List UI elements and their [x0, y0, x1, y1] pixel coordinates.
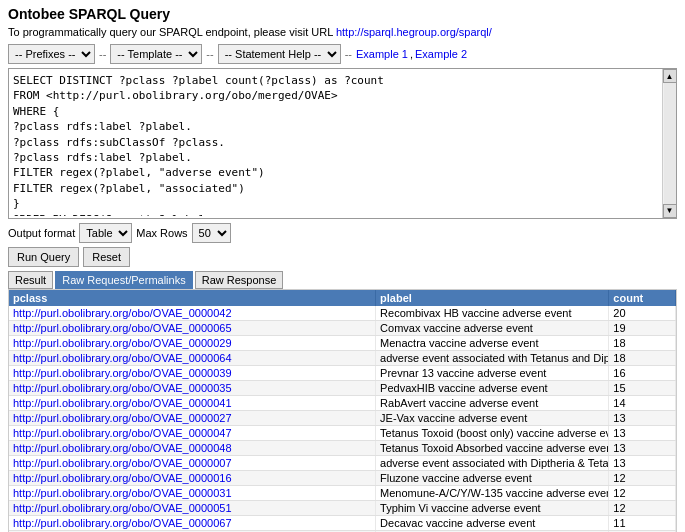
- cell-pclass: http://purl.obolibrary.org/obo/OVAE_0000…: [9, 320, 376, 335]
- pclass-link[interactable]: http://purl.obolibrary.org/obo/OVAE_0000…: [13, 307, 232, 319]
- cell-plabel: adverse event associated with Diptheria …: [376, 455, 609, 470]
- table-row: http://purl.obolibrary.org/obo/OVAE_0000…: [9, 485, 676, 500]
- cell-pclass: http://purl.obolibrary.org/obo/OVAE_0000…: [9, 440, 376, 455]
- cell-count: 13: [609, 455, 676, 470]
- cell-plabel: Fluzone vaccine adverse event: [376, 470, 609, 485]
- cell-count: 16: [609, 365, 676, 380]
- output-format-select[interactable]: Table: [79, 223, 132, 243]
- cell-count: 12: [609, 485, 676, 500]
- page-title: Ontobee SPARQL Query: [8, 6, 677, 22]
- results-table-wrapper: pclass plabel count http://purl.obolibra…: [8, 289, 677, 532]
- statement-select[interactable]: -- Statement Help --: [218, 44, 341, 64]
- cell-pclass: http://purl.obolibrary.org/obo/OVAE_0000…: [9, 350, 376, 365]
- intro-text: To programmatically query our SPARQL end…: [8, 26, 677, 38]
- cell-count: 19: [609, 320, 676, 335]
- cell-plabel: Decavac vaccine adverse event: [376, 515, 609, 530]
- run-query-button[interactable]: Run Query: [8, 247, 79, 267]
- tab-raw-response[interactable]: Raw Response: [195, 271, 284, 289]
- cell-plabel: Menomune-A/C/Y/W-135 vaccine adverse eve…: [376, 485, 609, 500]
- output-format-label: Output format: [8, 227, 75, 239]
- cell-pclass: http://purl.obolibrary.org/obo/OVAE_0000…: [9, 470, 376, 485]
- reset-button[interactable]: Reset: [83, 247, 130, 267]
- cell-plabel: JE-Vax vaccine adverse event: [376, 410, 609, 425]
- cell-plabel: Comvax vaccine adverse event: [376, 320, 609, 335]
- endpoint-url-link[interactable]: http://sparql.hegroup.org/sparql/: [336, 26, 492, 38]
- col-header-pclass: pclass: [9, 290, 376, 306]
- cell-plabel: Tetanus Toxoid Absorbed vaccine adverse …: [376, 440, 609, 455]
- prefixes-select[interactable]: -- Prefixes --: [8, 44, 95, 64]
- tabs-row: Result Raw Request/Permalinks Raw Respon…: [8, 271, 677, 289]
- table-row: http://purl.obolibrary.org/obo/OVAE_0000…: [9, 515, 676, 530]
- pclass-link[interactable]: http://purl.obolibrary.org/obo/OVAE_0000…: [13, 487, 232, 499]
- query-scrollbar[interactable]: ▲ ▼: [662, 69, 676, 218]
- query-editor-wrapper: SELECT DISTINCT ?pclass ?plabel count(?p…: [8, 68, 677, 219]
- scroll-down-btn[interactable]: ▼: [663, 204, 677, 218]
- query-editor[interactable]: SELECT DISTINCT ?pclass ?plabel count(?p…: [9, 69, 662, 216]
- table-row: http://purl.obolibrary.org/obo/OVAE_0000…: [9, 320, 676, 335]
- cell-pclass: http://purl.obolibrary.org/obo/OVAE_0000…: [9, 380, 376, 395]
- example2-link[interactable]: Example 2: [415, 48, 467, 60]
- pclass-link[interactable]: http://purl.obolibrary.org/obo/OVAE_0000…: [13, 427, 232, 439]
- table-row: http://purl.obolibrary.org/obo/OVAE_0000…: [9, 425, 676, 440]
- scroll-up-btn[interactable]: ▲: [663, 69, 677, 83]
- pclass-link[interactable]: http://purl.obolibrary.org/obo/OVAE_0000…: [13, 472, 232, 484]
- cell-count: 13: [609, 410, 676, 425]
- table-row: http://purl.obolibrary.org/obo/OVAE_0000…: [9, 365, 676, 380]
- cell-plabel: RabAvert vaccine adverse event: [376, 395, 609, 410]
- tab-result[interactable]: Result: [8, 271, 53, 289]
- cell-pclass: http://purl.obolibrary.org/obo/OVAE_0000…: [9, 395, 376, 410]
- table-row: http://purl.obolibrary.org/obo/OVAE_0000…: [9, 440, 676, 455]
- pclass-link[interactable]: http://purl.obolibrary.org/obo/OVAE_0000…: [13, 337, 232, 349]
- pclass-link[interactable]: http://purl.obolibrary.org/obo/OVAE_0000…: [13, 517, 232, 529]
- output-format-row: Output format Table Max Rows 50: [8, 223, 677, 243]
- pclass-link[interactable]: http://purl.obolibrary.org/obo/OVAE_0000…: [13, 397, 232, 409]
- cell-count: 15: [609, 380, 676, 395]
- cell-pclass: http://purl.obolibrary.org/obo/OVAE_0000…: [9, 455, 376, 470]
- table-row: http://purl.obolibrary.org/obo/OVAE_0000…: [9, 470, 676, 485]
- cell-pclass: http://purl.obolibrary.org/obo/OVAE_0000…: [9, 306, 376, 321]
- col-header-count: count: [609, 290, 676, 306]
- cell-count: 12: [609, 470, 676, 485]
- action-buttons: Run Query Reset: [8, 247, 677, 267]
- cell-plabel: adverse event associated with Tetanus an…: [376, 350, 609, 365]
- table-row: http://purl.obolibrary.org/obo/OVAE_0000…: [9, 410, 676, 425]
- cell-plabel: Recombivax HB vaccine adverse event: [376, 306, 609, 321]
- cell-count: 13: [609, 425, 676, 440]
- cell-count: 20: [609, 306, 676, 321]
- pclass-link[interactable]: http://purl.obolibrary.org/obo/OVAE_0000…: [13, 502, 232, 514]
- table-row: http://purl.obolibrary.org/obo/OVAE_0000…: [9, 335, 676, 350]
- table-row: http://purl.obolibrary.org/obo/OVAE_0000…: [9, 306, 676, 321]
- table-row: http://purl.obolibrary.org/obo/OVAE_0000…: [9, 500, 676, 515]
- table-row: http://purl.obolibrary.org/obo/OVAE_0000…: [9, 455, 676, 470]
- pclass-link[interactable]: http://purl.obolibrary.org/obo/OVAE_0000…: [13, 322, 232, 334]
- cell-pclass: http://purl.obolibrary.org/obo/OVAE_0000…: [9, 425, 376, 440]
- cell-count: 12: [609, 500, 676, 515]
- cell-pclass: http://purl.obolibrary.org/obo/OVAE_0000…: [9, 485, 376, 500]
- col-header-plabel: plabel: [376, 290, 609, 306]
- pclass-link[interactable]: http://purl.obolibrary.org/obo/OVAE_0000…: [13, 352, 232, 364]
- toolbar: -- Prefixes -- -- -- Template -- -- -- S…: [8, 44, 677, 64]
- cell-plabel: PedvaxHIB vaccine adverse event: [376, 380, 609, 395]
- pclass-link[interactable]: http://purl.obolibrary.org/obo/OVAE_0000…: [13, 367, 232, 379]
- cell-pclass: http://purl.obolibrary.org/obo/OVAE_0000…: [9, 335, 376, 350]
- cell-plabel: Typhim Vi vaccine adverse event: [376, 500, 609, 515]
- template-select[interactable]: -- Template --: [110, 44, 202, 64]
- cell-count: 14: [609, 395, 676, 410]
- cell-pclass: http://purl.obolibrary.org/obo/OVAE_0000…: [9, 365, 376, 380]
- cell-count: 11: [609, 515, 676, 530]
- pclass-link[interactable]: http://purl.obolibrary.org/obo/OVAE_0000…: [13, 457, 232, 469]
- max-rows-select[interactable]: 50: [192, 223, 231, 243]
- table-row: http://purl.obolibrary.org/obo/OVAE_0000…: [9, 350, 676, 365]
- cell-count: 18: [609, 350, 676, 365]
- cell-plabel: Menactra vaccine adverse event: [376, 335, 609, 350]
- cell-count: 13: [609, 440, 676, 455]
- example1-link[interactable]: Example 1: [356, 48, 408, 60]
- results-table: pclass plabel count http://purl.obolibra…: [9, 290, 676, 532]
- pclass-link[interactable]: http://purl.obolibrary.org/obo/OVAE_0000…: [13, 412, 232, 424]
- pclass-link[interactable]: http://purl.obolibrary.org/obo/OVAE_0000…: [13, 382, 232, 394]
- scroll-track: [664, 83, 676, 204]
- cell-pclass: http://purl.obolibrary.org/obo/OVAE_0000…: [9, 410, 376, 425]
- tab-raw-request[interactable]: Raw Request/Permalinks: [55, 271, 193, 289]
- table-row: http://purl.obolibrary.org/obo/OVAE_0000…: [9, 395, 676, 410]
- pclass-link[interactable]: http://purl.obolibrary.org/obo/OVAE_0000…: [13, 442, 232, 454]
